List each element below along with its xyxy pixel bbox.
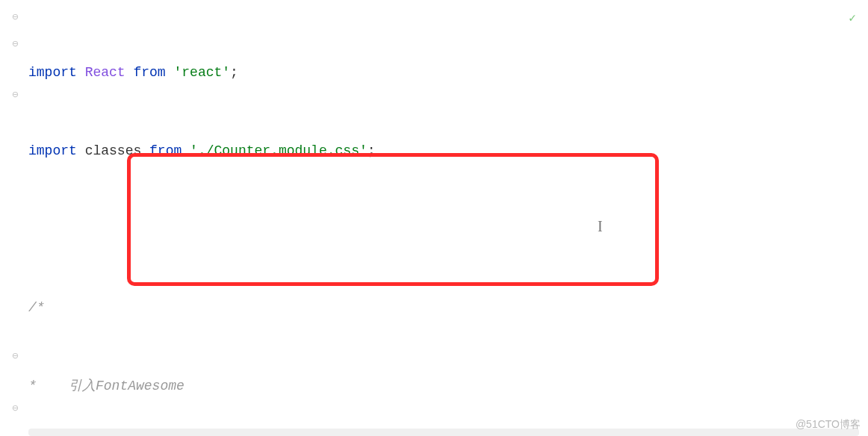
- keyword: import: [28, 143, 77, 158]
- identifier: React: [85, 65, 125, 80]
- check-icon: ✓: [849, 10, 856, 25]
- comment-line[interactable]: /*: [28, 295, 868, 321]
- fold-icon: ⊖: [12, 403, 18, 414]
- comment-line[interactable]: * 引入FontAwesome: [28, 373, 868, 399]
- punctuation: ;: [230, 65, 238, 80]
- code-line[interactable]: import classes from './Counter.module.cs…: [28, 138, 868, 164]
- horizontal-scrollbar[interactable]: [28, 429, 859, 436]
- fold-icon: ⊖: [12, 90, 18, 100]
- code-area[interactable]: import React from 'react'; import classe…: [28, 7, 868, 436]
- code-editor[interactable]: ⊖ ⊖ ⊖ ⊖ ⊖ import React from 'react'; imp…: [0, 0, 868, 436]
- fold-icon: ⊖: [12, 351, 18, 361]
- identifier: classes: [85, 143, 142, 158]
- keyword: import: [28, 65, 77, 80]
- fold-icon: ⊖: [12, 12, 18, 22]
- keyword: from: [149, 143, 182, 158]
- gutter: ⊖ ⊖ ⊖ ⊖ ⊖: [0, 0, 25, 436]
- fold-icon: ⊖: [12, 39, 18, 49]
- watermark: @51CTO博客: [796, 418, 861, 432]
- string-literal: 'react': [173, 65, 230, 80]
- ibeam-cursor-icon: I: [598, 218, 603, 235]
- string-literal: './Counter.module.css': [190, 143, 368, 158]
- code-line[interactable]: [28, 217, 868, 243]
- code-line[interactable]: import React from 'react';: [28, 60, 868, 86]
- keyword: from: [133, 65, 165, 80]
- punctuation: ;: [368, 143, 376, 158]
